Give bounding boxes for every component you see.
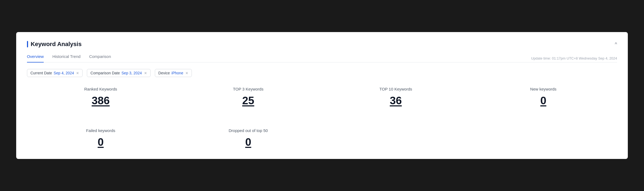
metric-ranked-keywords: Ranked Keywords 386 [27, 87, 175, 107]
title-accent-bar [27, 41, 28, 47]
filter-label-current-date: Current Date [30, 71, 52, 75]
metric-label-top3: TOP 3 Keywords [233, 87, 264, 91]
metric-label-ranked-keywords: Ranked Keywords [84, 87, 117, 91]
card-header: Keyword Analysis ^ [27, 41, 617, 48]
metric-label-failed-keywords: Failed keywords [86, 128, 115, 133]
tab-overview[interactable]: Overview [27, 54, 44, 62]
metric-label-new-keywords: New keywords [530, 87, 557, 91]
metric-new-keywords: New keywords 0 [469, 87, 617, 107]
metric-value-new-keywords[interactable]: 0 [540, 95, 546, 107]
keyword-analysis-card: Keyword Analysis ^ Overview Historical T… [16, 32, 628, 159]
tab-comparison[interactable]: Comparison [89, 54, 111, 62]
card-title: Keyword Analysis [31, 41, 82, 48]
filter-close-current-date[interactable]: ✕ [76, 71, 79, 75]
metric-label-dropped-top50: Dropped out of top 50 [229, 128, 268, 133]
metric-value-top10[interactable]: 36 [390, 95, 402, 107]
update-time: Update time: 01:17pm UTC+8 Wednesday Sep… [531, 56, 617, 60]
metric-value-dropped-top50[interactable]: 0 [245, 136, 251, 148]
metric-value-top3[interactable]: 25 [242, 95, 254, 107]
filter-close-device[interactable]: ✕ [185, 71, 188, 75]
filter-chip-device: Device iPhone ✕ [155, 69, 192, 77]
filter-label-comparison-date: Comparison Date [90, 71, 120, 75]
metric-label-top10: TOP 10 Keywords [379, 87, 412, 91]
metric-value-ranked-keywords[interactable]: 386 [92, 95, 110, 107]
filter-value-comparison-date: Sep 3, 2024 [121, 71, 142, 75]
tab-historical-trend[interactable]: Historical Trend [52, 54, 80, 62]
title-wrapper: Keyword Analysis [27, 41, 82, 48]
filter-value-current-date: Sep 4, 2024 [54, 71, 74, 75]
tabs-container: Overview Historical Trend Comparison [27, 54, 111, 62]
metric-top3-keywords: TOP 3 Keywords 25 [175, 87, 322, 107]
filters-row: Current Date Sep 4, 2024 ✕ Comparison Da… [27, 69, 617, 77]
metric-failed-keywords: Failed keywords 0 [27, 128, 175, 148]
metric-dropped-top50: Dropped out of top 50 0 [175, 128, 322, 148]
metrics-bottom-grid: Failed keywords 0 Dropped out of top 50 … [27, 128, 617, 148]
filter-label-device: Device [158, 71, 170, 75]
metric-top10-keywords: TOP 10 Keywords 36 [322, 87, 469, 107]
filter-value-device: iPhone [172, 71, 183, 75]
metric-value-failed-keywords[interactable]: 0 [98, 136, 104, 148]
metrics-top-grid: Ranked Keywords 386 TOP 3 Keywords 25 TO… [27, 87, 617, 107]
filter-chip-current-date: Current Date Sep 4, 2024 ✕ [27, 69, 83, 77]
filter-chip-comparison-date: Comparison Date Sep 3, 2024 ✕ [87, 69, 150, 77]
collapse-icon[interactable]: ^ [615, 41, 617, 47]
tabs-row: Overview Historical Trend Comparison Upd… [27, 54, 617, 62]
filter-close-comparison-date[interactable]: ✕ [144, 71, 147, 75]
